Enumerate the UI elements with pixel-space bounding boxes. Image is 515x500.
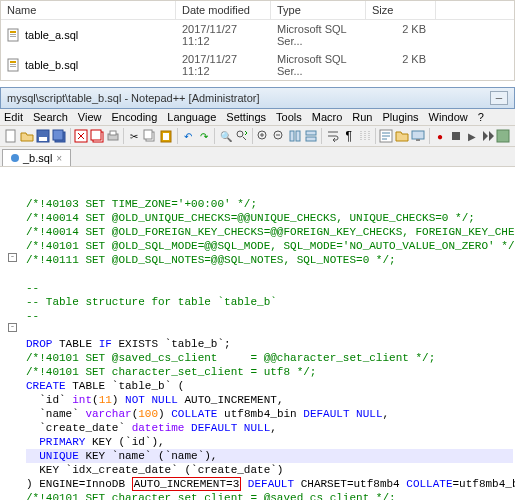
close-all-icon[interactable] <box>89 128 104 144</box>
sql-file-icon <box>7 58 21 72</box>
find-icon[interactable]: 🔍 <box>218 128 233 144</box>
col-header-date[interactable]: Date modified <box>176 1 271 19</box>
svg-rect-10 <box>39 137 47 141</box>
folder-view-icon[interactable] <box>395 128 410 144</box>
code-line: `create_date` datetime DEFAULT NULL, <box>26 422 277 434</box>
svg-rect-12 <box>53 130 63 140</box>
svg-rect-27 <box>306 131 316 135</box>
file-explorer: Name Date modified Type Size table_a.sql… <box>0 0 515 81</box>
code-line: PRIMARY KEY (`id`), <box>26 436 165 448</box>
code-line: CREATE TABLE `table_b` ( <box>26 380 184 392</box>
svg-rect-30 <box>412 131 424 139</box>
code-line: /*!40101 SET character_set_client = @sav… <box>26 492 396 500</box>
code-line: /*!40014 SET @OLD_FOREIGN_KEY_CHECKS=@@F… <box>26 226 515 238</box>
sync-h-icon[interactable] <box>304 128 319 144</box>
code-line: /*!40111 SET @OLD_SQL_NOTES=@@SQL_NOTES,… <box>26 254 396 266</box>
menu-macro[interactable]: Macro <box>312 111 343 123</box>
svg-rect-3 <box>10 36 16 37</box>
replace-icon[interactable] <box>234 128 249 144</box>
zoom-out-icon[interactable] <box>272 128 287 144</box>
menu-tools[interactable]: Tools <box>276 111 302 123</box>
window-titlebar: mysql\script\table_b.sql - Notepad++ [Ad… <box>0 87 515 109</box>
svg-rect-2 <box>10 34 16 35</box>
save-macro-icon[interactable] <box>496 128 511 144</box>
code-line: /*!40101 SET @saved_cs_client = @@charac… <box>26 352 435 364</box>
play-macro-icon[interactable]: ▶ <box>464 128 479 144</box>
svg-rect-19 <box>144 130 152 139</box>
file-size: 2 KB <box>366 52 436 78</box>
copy-icon[interactable] <box>143 128 158 144</box>
file-row[interactable]: table_b.sql 2017/11/27 11:12 Microsoft S… <box>1 50 514 80</box>
menu-view[interactable]: View <box>78 111 102 123</box>
menu-help[interactable]: ? <box>478 111 484 123</box>
menu-window[interactable]: Window <box>429 111 468 123</box>
code-line: -- <box>26 282 39 294</box>
code-line: DROP TABLE IF EXISTS `table_b`; <box>26 338 231 350</box>
open-file-icon[interactable] <box>20 128 35 144</box>
sql-file-icon <box>7 28 21 42</box>
svg-rect-28 <box>306 137 316 141</box>
wordwrap-icon[interactable] <box>325 128 340 144</box>
svg-rect-32 <box>452 132 460 140</box>
svg-rect-6 <box>10 64 16 65</box>
func-list-icon[interactable] <box>379 128 394 144</box>
window-title: mysql\script\table_b.sql - Notepad++ [Ad… <box>7 92 260 104</box>
code-line: ) ENGINE=InnoDB AUTO_INCREMENT=3 DEFAULT… <box>26 477 515 491</box>
new-file-icon[interactable] <box>4 128 19 144</box>
col-header-type[interactable]: Type <box>271 1 366 19</box>
svg-rect-15 <box>91 130 101 140</box>
svg-rect-7 <box>10 66 16 67</box>
paste-icon[interactable] <box>159 128 174 144</box>
save-all-icon[interactable] <box>52 128 67 144</box>
menu-language[interactable]: Language <box>167 111 216 123</box>
code-editor[interactable]: - - /*!40103 SET TIME_ZONE='+00:00' */; … <box>0 167 515 500</box>
code-line: /*!40101 SET character_set_client = utf8… <box>26 366 316 378</box>
code-line: KEY `idx_create_date` (`create_date`) <box>26 464 283 476</box>
toolbar: ✂ ↶ ↷ 🔍 ¶ ● ▶ <box>0 126 515 147</box>
sync-v-icon[interactable] <box>288 128 303 144</box>
svg-rect-17 <box>110 131 116 135</box>
print-icon[interactable] <box>105 128 120 144</box>
monitor-icon[interactable] <box>411 128 426 144</box>
minimize-button[interactable]: ─ <box>490 91 508 105</box>
file-type: Microsoft SQL Ser... <box>271 22 366 48</box>
menu-search[interactable]: Search <box>33 111 68 123</box>
tab-close-icon[interactable]: × <box>56 153 62 164</box>
menu-settings[interactable]: Settings <box>226 111 266 123</box>
menu-run[interactable]: Run <box>352 111 372 123</box>
svg-rect-33 <box>497 130 509 142</box>
indent-guide-icon[interactable] <box>357 128 372 144</box>
code-line: -- Table structure for table `table_b` <box>26 296 277 308</box>
record-macro-icon[interactable]: ● <box>433 128 448 144</box>
show-all-chars-icon[interactable]: ¶ <box>341 128 356 144</box>
file-date: 2017/11/27 11:12 <box>176 52 271 78</box>
file-name: table_b.sql <box>25 59 78 71</box>
cut-icon[interactable]: ✂ <box>127 128 142 144</box>
file-row[interactable]: table_a.sql 2017/11/27 11:12 Microsoft S… <box>1 20 514 50</box>
menu-plugins[interactable]: Plugins <box>383 111 419 123</box>
fold-gutter: - - <box>8 167 22 209</box>
col-header-size[interactable]: Size <box>366 1 436 19</box>
menu-encoding[interactable]: Encoding <box>111 111 157 123</box>
fold-box-icon[interactable]: - <box>8 253 17 262</box>
svg-rect-26 <box>296 131 300 141</box>
save-icon[interactable] <box>36 128 51 144</box>
undo-icon[interactable]: ↶ <box>181 128 196 144</box>
col-header-name[interactable]: Name <box>1 1 176 19</box>
code-line: `name` varchar(100) COLLATE utf8mb4_bin … <box>26 408 389 420</box>
file-list-header: Name Date modified Type Size <box>1 1 514 20</box>
stop-macro-icon[interactable] <box>448 128 463 144</box>
svg-rect-5 <box>10 61 16 63</box>
zoom-in-icon[interactable] <box>256 128 271 144</box>
menu-edit[interactable]: Edit <box>4 111 23 123</box>
menu-bar: Edit Search View Encoding Language Setti… <box>0 109 515 126</box>
file-name: table_a.sql <box>25 29 78 41</box>
code-line: /*!40101 SET @OLD_SQL_MODE=@@SQL_MODE, S… <box>26 240 515 252</box>
code-line: /*!40103 SET TIME_ZONE='+00:00' */; <box>26 198 257 210</box>
svg-rect-21 <box>163 133 169 140</box>
close-icon[interactable] <box>73 128 88 144</box>
fold-box-icon[interactable]: - <box>8 323 17 332</box>
tab-file[interactable]: _b.sql × <box>2 149 71 166</box>
redo-icon[interactable]: ↷ <box>196 128 211 144</box>
play-multi-icon[interactable] <box>480 128 495 144</box>
